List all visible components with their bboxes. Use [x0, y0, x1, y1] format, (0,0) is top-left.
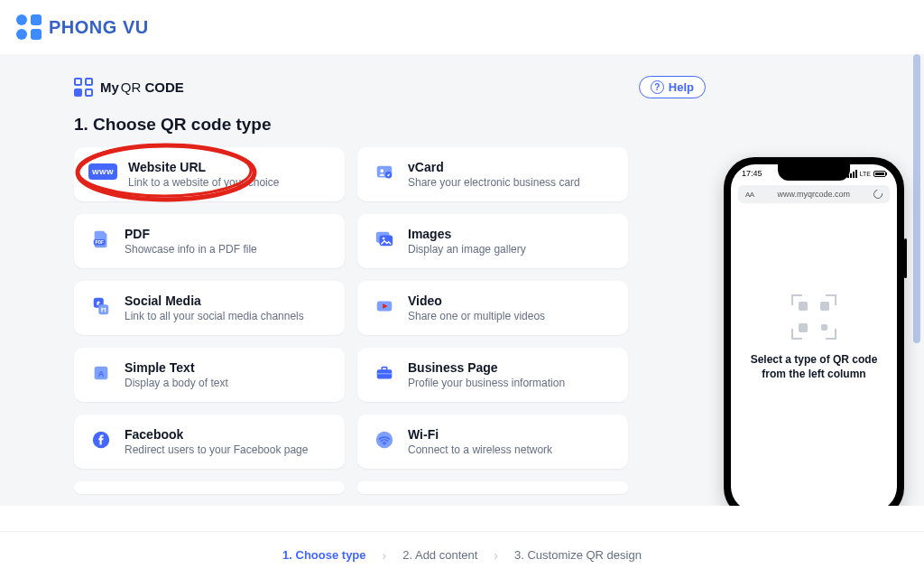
phone-preview: 17:45 LTE AA www.myqrcode.com	[724, 157, 904, 506]
images-icon	[372, 227, 397, 252]
card-title: Video	[408, 294, 545, 308]
card-subtitle: Share one or multiple videos	[408, 310, 545, 322]
brand-suffix: CODE	[145, 79, 184, 95]
card-subtitle: Link to a website of your choice	[128, 176, 279, 189]
card-title: Business Page	[408, 360, 565, 375]
card-wifi[interactable]: Wi-Fi Connect to a wireless network	[357, 415, 628, 469]
phong-vu-logo[interactable]: PHONG VU	[16, 14, 149, 40]
facebook-icon	[88, 427, 114, 452]
brand-row: MyQR CODE ? Help	[74, 76, 904, 98]
wizard-footer: 1. Choose type › 2. Add content › 3. Cus…	[0, 531, 924, 578]
svg-point-19	[383, 443, 385, 445]
myqrcode-brand[interactable]: MyQR CODE	[74, 78, 184, 97]
svg-rect-10	[98, 304, 108, 314]
card-title: Images	[408, 227, 526, 241]
card-social-media[interactable]: Social Media Link to all your social med…	[74, 281, 345, 335]
brand-middle: QR	[121, 79, 142, 95]
brand-prefix: My	[100, 79, 119, 95]
svg-text:A: A	[98, 369, 105, 378]
card-subtitle: Share your electronic business card	[408, 176, 580, 189]
phone-message: Select a type of QR code from the left c…	[745, 352, 882, 381]
brand-text: MyQR CODE	[100, 79, 184, 95]
card-subtitle: Display a body of text	[125, 377, 228, 389]
pdf-icon: PDF	[88, 227, 114, 252]
card-subtitle: Redirect users to your Facebook page	[125, 443, 308, 456]
content-area: MyQR CODE ? Help 1. Choose QR code type …	[74, 76, 904, 494]
card-title: PDF	[125, 227, 257, 241]
social-icon	[88, 294, 114, 319]
briefcase-icon	[372, 360, 397, 386]
card-overflow[interactable]	[74, 481, 345, 494]
card-title: Facebook	[125, 427, 308, 442]
globe-www-icon: WWW	[88, 163, 117, 180]
card-pdf[interactable]: PDF PDF Showcase info in a PDF file	[74, 214, 345, 268]
phong-vu-logo-mark	[16, 14, 42, 40]
card-subtitle: Display an image gallery	[408, 243, 526, 256]
page-body: MyQR CODE ? Help 1. Choose QR code type …	[0, 54, 924, 506]
card-title: Website URL	[128, 160, 279, 174]
card-subtitle: Showcase info in a PDF file	[125, 243, 257, 256]
card-title: Simple Text	[125, 360, 228, 375]
chevron-right-icon: ›	[383, 548, 387, 563]
card-title: Wi-Fi	[408, 427, 552, 442]
qr-logo-icon	[74, 78, 93, 97]
card-subtitle: Connect to a wireless network	[408, 443, 552, 456]
card-website-url[interactable]: WWW Website URL Link to a website of you…	[74, 147, 345, 201]
text-icon: A	[88, 360, 114, 386]
card-overflow[interactable]	[357, 481, 628, 494]
site-header: PHONG VU	[0, 0, 924, 54]
vcard-icon	[372, 160, 397, 185]
section-title: 1. Choose QR code type	[74, 115, 904, 135]
card-title: Social Media	[125, 294, 304, 308]
card-images[interactable]: Images Display an image gallery	[357, 214, 628, 268]
card-business-page[interactable]: Business Page Profile your business info…	[357, 348, 628, 402]
phone-screen-body: Select a type of QR code from the left c…	[731, 164, 897, 506]
card-subtitle: Link to all your social media channels	[125, 310, 304, 322]
qr-placeholder-icon	[791, 294, 836, 340]
svg-point-8	[383, 238, 385, 240]
card-simple-text[interactable]: A Simple Text Display a body of text	[74, 348, 345, 402]
help-icon: ?	[651, 80, 664, 94]
step-choose-type[interactable]: 1. Choose type	[282, 548, 365, 562]
help-button[interactable]: ? Help	[639, 76, 706, 98]
card-facebook[interactable]: Facebook Redirect users to your Facebook…	[74, 415, 345, 469]
card-title: vCard	[408, 160, 580, 174]
phone-screen: 17:45 LTE AA www.myqrcode.com	[731, 164, 897, 506]
chevron-right-icon: ›	[494, 548, 498, 563]
step-add-content[interactable]: 2. Add content	[402, 548, 477, 562]
card-video[interactable]: Video Share one or multiple videos	[357, 281, 628, 335]
video-icon	[372, 294, 397, 319]
svg-text:PDF: PDF	[96, 240, 104, 245]
svg-rect-16	[377, 373, 393, 374]
card-subtitle: Profile your business information	[408, 377, 565, 389]
wifi-icon	[372, 427, 397, 452]
step-customize-design[interactable]: 3. Customize QR design	[514, 548, 642, 562]
help-label: Help	[669, 80, 694, 94]
svg-rect-15	[382, 368, 387, 371]
phong-vu-logo-text: PHONG VU	[49, 17, 149, 38]
phone-side-button	[904, 238, 907, 278]
scrollbar[interactable]	[913, 54, 920, 343]
card-vcard[interactable]: vCard Share your electronic business car…	[357, 147, 628, 201]
